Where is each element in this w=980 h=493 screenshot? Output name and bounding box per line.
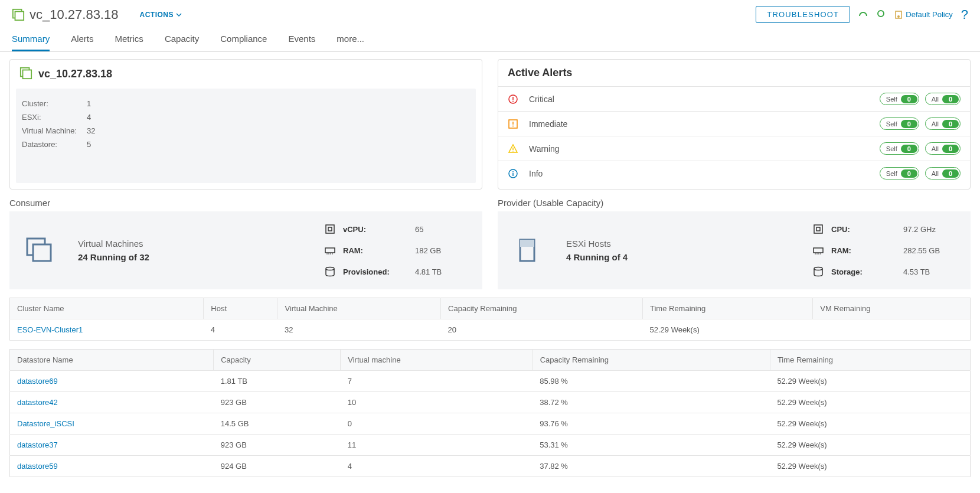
table-row: datastore37923 GB1153.31 %52.29 Week(s): [10, 435, 971, 456]
column-header[interactable]: VM Remaining: [813, 298, 971, 319]
troubleshoot-button[interactable]: TROUBLESHOOT: [756, 6, 850, 23]
tab-capacity[interactable]: Capacity: [165, 34, 199, 51]
alert-row-immediate: ImmediateSelf0All0: [498, 112, 970, 136]
tab-compliance[interactable]: Compliance: [220, 34, 267, 51]
vm-stack-icon: [24, 235, 54, 266]
default-policy-label: Default Policy: [906, 10, 952, 19]
svg-rect-22: [325, 248, 335, 253]
provider-main-value: 4 Running of 4: [566, 252, 628, 262]
info-icon: [508, 168, 518, 179]
metric-label: vCPU:: [343, 225, 408, 234]
policy-icon: [894, 10, 903, 19]
column-header[interactable]: Virtual machine: [341, 350, 533, 371]
svg-rect-31: [816, 227, 820, 231]
alert-level-label: Immediate: [529, 119, 600, 129]
column-header[interactable]: Time Remaining: [770, 350, 970, 371]
summary-value: 32: [87, 126, 95, 135]
table-row: datastore42923 GB1038.72 %52.29 Week(s): [10, 392, 971, 413]
help-icon[interactable]: ?: [961, 7, 968, 22]
vcenter-icon: [12, 8, 25, 21]
consumer-panel: Virtual Machines 24 Running of 32 vCPU:6…: [9, 211, 482, 289]
datastore-table: Datastore NameCapacityVirtual machineCap…: [9, 349, 971, 477]
svg-point-14: [512, 151, 514, 152]
chevron-down-icon: [176, 12, 182, 18]
alert-level-label: Critical: [529, 94, 600, 104]
column-header[interactable]: Capacity: [214, 350, 341, 371]
table-row: datastore59924 GB437.82 %52.29 Week(s): [10, 456, 971, 477]
alert-self-pill[interactable]: Self0: [880, 93, 919, 105]
provider-title: Provider (Usable Capacity): [498, 198, 971, 208]
column-header[interactable]: Capacity Remaining: [533, 350, 770, 371]
metric-row: RAM:182 GB: [324, 244, 468, 256]
actions-dropdown[interactable]: ACTIONS: [139, 11, 182, 19]
alert-level-label: Info: [529, 169, 600, 178]
svg-rect-19: [33, 244, 51, 261]
metric-row: vCPU:65: [324, 223, 468, 235]
alert-all-pill[interactable]: All0: [925, 117, 961, 130]
consumer-title: Consumer: [9, 198, 482, 208]
datastore-link[interactable]: datastore59: [17, 462, 58, 471]
alert-self-pill[interactable]: Self0: [880, 117, 919, 130]
svg-point-27: [326, 267, 334, 270]
default-policy-link[interactable]: Default Policy: [894, 10, 952, 19]
provider-main-label: ESXi Hosts: [566, 239, 628, 249]
summary-key: Cluster:: [22, 99, 87, 108]
summary-key: ESXi:: [22, 113, 87, 122]
column-header[interactable]: Capacity Remaining: [441, 298, 643, 319]
tab-bar: SummaryAlertsMetricsCapacityComplianceEv…: [0, 23, 980, 52]
tab-more[interactable]: more...: [337, 34, 364, 51]
metric-value: 97.2 GHz: [903, 225, 956, 234]
metric-icon: [324, 223, 336, 235]
datastore-link[interactable]: Datastore_iSCSI: [17, 419, 74, 428]
metric-icon: [812, 223, 824, 235]
alert-all-pill[interactable]: All0: [925, 93, 961, 105]
svg-point-37: [814, 267, 822, 270]
datastore-link[interactable]: datastore37: [17, 440, 58, 449]
metric-label: CPU:: [831, 225, 896, 234]
svg-rect-30: [814, 225, 822, 233]
actions-label: ACTIONS: [139, 11, 174, 19]
alert-self-pill[interactable]: Self0: [880, 167, 919, 179]
alert-self-pill[interactable]: Self0: [880, 142, 919, 155]
metric-label: Provisioned:: [343, 267, 408, 276]
svg-point-9: [512, 100, 514, 102]
svg-rect-29: [520, 240, 534, 247]
tab-metrics[interactable]: Metrics: [115, 34, 143, 51]
datastore-link[interactable]: datastore42: [17, 398, 58, 407]
tab-summary[interactable]: Summary: [12, 34, 50, 51]
datastore-link[interactable]: datastore69: [17, 377, 58, 386]
table-row: datastore691.81 TB785.98 %52.29 Week(s): [10, 371, 971, 392]
svg-point-2: [878, 11, 884, 17]
metric-row: RAM:282.55 GB: [812, 244, 956, 256]
metric-row: Provisioned:4.81 TB: [324, 266, 468, 277]
provider-panel: ESXi Hosts 4 Running of 4 CPU:97.2 GHzRA…: [498, 211, 971, 289]
metric-icon: [324, 266, 336, 277]
svg-rect-32: [814, 248, 823, 253]
immediate-icon: [508, 119, 518, 129]
metric-label: Storage:: [831, 267, 896, 276]
cluster-link[interactable]: ESO-EVN-Cluster1: [17, 325, 83, 334]
summary-key: Datastore:: [22, 140, 87, 149]
table-row: ESO-EVN-Cluster14322052.29 Week(s): [10, 319, 971, 341]
tab-alerts[interactable]: Alerts: [71, 34, 93, 51]
consumer-main-label: Virtual Machines: [78, 239, 149, 249]
column-header[interactable]: Virtual Machine: [277, 298, 441, 319]
svg-rect-6: [23, 70, 32, 79]
column-header[interactable]: Host: [204, 298, 277, 319]
metric-value: 65: [415, 225, 468, 234]
health-arc-icon-2: [876, 9, 886, 20]
summary-value: 4: [87, 113, 91, 122]
metric-value: 4.53 TB: [903, 267, 956, 276]
summary-card: vc_10.27.83.18 Cluster:1ESXi:4Virtual Ma…: [9, 59, 482, 190]
tab-events[interactable]: Events: [288, 34, 315, 51]
alert-row-critical: CriticalSelf0All0: [498, 87, 970, 112]
alert-row-warning: WarningSelf0All0: [498, 136, 970, 161]
column-header[interactable]: Time Remaining: [642, 298, 812, 319]
alert-all-pill[interactable]: All0: [925, 142, 961, 155]
column-header[interactable]: Datastore Name: [10, 350, 214, 371]
alert-all-pill[interactable]: All0: [925, 167, 961, 179]
metric-value: 282.55 GB: [903, 246, 956, 255]
active-alerts-title: Active Alerts: [508, 67, 572, 79]
column-header[interactable]: Cluster Name: [10, 298, 204, 319]
metric-label: RAM:: [343, 246, 408, 255]
